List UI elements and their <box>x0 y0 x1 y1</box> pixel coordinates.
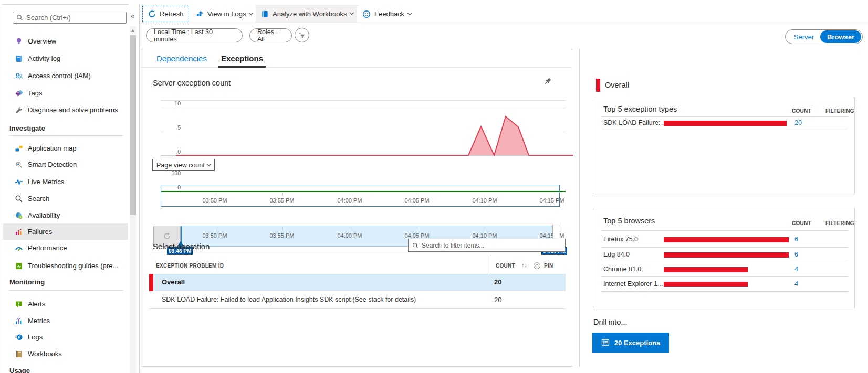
add-filter-button[interactable] <box>295 28 309 42</box>
sidebar-item-failures[interactable]: Failures <box>3 223 128 240</box>
row-accent-bar <box>149 274 153 291</box>
sidebar-item-live-metrics[interactable]: Live Metrics <box>3 174 128 190</box>
sidebar-item-performance[interactable]: Performance <box>3 240 128 256</box>
sidebar-item-label: Search <box>28 195 49 203</box>
sidebar-item-access-control[interactable]: Access control (IAM) <box>3 68 128 84</box>
sidebar-scrollbar[interactable] <box>130 26 136 373</box>
column-header-exception-problem-id[interactable]: EXCEPTION PROBLEM ID <box>156 263 224 269</box>
sort-icon[interactable]: ↑↓ <box>521 262 527 268</box>
sidebar-item-label: Workbooks <box>28 350 62 358</box>
browser-count[interactable]: 6 <box>794 236 798 243</box>
divider <box>601 130 848 130</box>
reset-sort-icon[interactable] <box>533 262 541 270</box>
divider <box>601 262 848 262</box>
sidebar-item-search[interactable]: Search <box>3 190 128 207</box>
tags-icon <box>15 89 23 98</box>
browser-toggle-option[interactable]: Browser <box>820 30 861 43</box>
sidebar-item-label: Overview <box>28 37 56 45</box>
scrollbar-up-arrow-icon[interactable] <box>131 29 134 32</box>
browser-count[interactable]: 6 <box>794 251 798 258</box>
view-in-logs-button[interactable]: View in Logs <box>191 6 258 22</box>
divider <box>9 135 123 136</box>
metrics-icon <box>15 317 23 325</box>
time-range-pill[interactable]: Local Time : Last 30 minutes <box>146 28 243 42</box>
roles-filter-pill[interactable]: Roles = All <box>249 28 292 42</box>
divider <box>141 67 572 68</box>
sidebar-item-metrics[interactable]: Metrics <box>3 313 128 329</box>
server-toggle-option[interactable]: Server <box>786 30 822 44</box>
overall-legend-label: Overall <box>605 81 629 89</box>
logs-icon <box>15 333 23 342</box>
access-control-icon <box>15 72 23 80</box>
sidebar-item-label: Application map <box>28 144 77 152</box>
pin-icon[interactable] <box>541 74 555 88</box>
time-range-label: Local Time : Last 30 minutes <box>154 28 235 43</box>
sidebar-item-smart-detection[interactable]: Smart Detection <box>3 156 128 173</box>
active-tab-underline <box>218 66 266 68</box>
live-metrics-icon <box>15 178 23 186</box>
divider <box>9 290 123 291</box>
sidebar-item-activity-log[interactable]: Activity log <box>3 50 128 67</box>
table-row-overall[interactable]: Overall 20 <box>149 274 566 291</box>
sidebar-item-tags[interactable]: Tags <box>3 85 128 101</box>
filter-items-search-input[interactable]: Search to filter items... <box>408 239 566 252</box>
exception-type-label: SDK LOAD Failure: ... <box>603 119 667 126</box>
magnifier-icon <box>15 195 23 203</box>
refresh-icon <box>148 10 156 18</box>
sidebar-collapse-button[interactable]: « <box>131 12 135 20</box>
smiley-icon <box>362 10 371 18</box>
brush-tick: 04:15 PM <box>537 232 567 239</box>
brush-right-handle[interactable] <box>552 225 559 238</box>
refresh-button[interactable]: Refresh <box>142 6 189 22</box>
refresh-label: Refresh <box>160 10 184 18</box>
workbooks-toolbar-icon <box>261 10 269 18</box>
brush-selection-outline <box>161 185 560 207</box>
performance-icon <box>15 244 23 252</box>
column-header-pin[interactable]: PIN <box>544 263 553 269</box>
chevron-down-icon <box>207 162 211 166</box>
scrollbar-thumb[interactable] <box>130 35 136 215</box>
failures-main-panel <box>141 49 572 367</box>
divider <box>601 276 848 277</box>
divider <box>149 254 566 254</box>
tab-dependencies[interactable]: Dependencies <box>156 54 207 63</box>
roles-filter-label: Roles = All <box>257 28 284 43</box>
exception-type-count[interactable]: 20 <box>794 119 802 126</box>
exceptions-drill-button[interactable]: 20 Exceptions <box>592 333 669 353</box>
sidebar-item-overview[interactable]: Overview <box>3 33 128 49</box>
browser-label: Internet Explorer 1... <box>603 280 663 287</box>
drill-into-label: Drill into... <box>593 318 627 326</box>
analyze-with-workbooks-button[interactable]: Analyze with Workbooks <box>256 5 359 23</box>
sidebar-item-application-map[interactable]: Application map <box>3 140 128 156</box>
failures-icon <box>15 228 23 236</box>
column-header-count[interactable]: COUNT <box>496 263 515 269</box>
sidebar-item-alerts[interactable]: Alerts <box>3 296 128 312</box>
table-row-sdk-load-failure[interactable]: SDK LOAD Failure: Failed to load Applica… <box>149 291 566 309</box>
sidebar-search-input[interactable]: Search (Ctrl+/) <box>13 12 127 24</box>
view-in-logs-icon <box>196 10 204 18</box>
search-icon <box>412 242 419 249</box>
activity-log-icon <box>15 55 23 63</box>
wrench-icon <box>15 106 23 114</box>
filtering-column-header: FILTERING <box>825 220 854 226</box>
divider <box>140 23 868 23</box>
browser-count[interactable]: 4 <box>794 265 798 273</box>
sidebar-item-label: Performance <box>28 244 67 252</box>
sidebar-item-logs[interactable]: Logs <box>3 329 128 345</box>
browser-bar <box>664 267 748 272</box>
view-in-logs-label: View in Logs <box>207 10 246 18</box>
tab-exceptions[interactable]: Exceptions <box>221 54 263 63</box>
sidebar-item-label: Activity log <box>28 55 60 62</box>
sidebar-item-workbooks[interactable]: Workbooks <box>3 346 128 362</box>
browser-count[interactable]: 4 <box>794 280 798 287</box>
server-browser-toggle: Server Browser <box>785 29 863 44</box>
sidebar-item-diagnose[interactable]: Diagnose and solve problems <box>3 102 128 118</box>
sidebar-item-availability[interactable]: Availability <box>3 207 128 223</box>
sidebar-item-troubleshooting-guides[interactable]: Troubleshooting guides (pre... <box>3 258 128 274</box>
row-id: Overall <box>162 278 185 286</box>
metric-select-dropdown[interactable]: Page view count <box>152 159 215 171</box>
feedback-label: Feedback <box>374 10 404 18</box>
sidebar-item-label: Failures <box>28 228 52 236</box>
feedback-button[interactable]: Feedback <box>357 6 416 22</box>
availability-icon <box>15 211 23 220</box>
